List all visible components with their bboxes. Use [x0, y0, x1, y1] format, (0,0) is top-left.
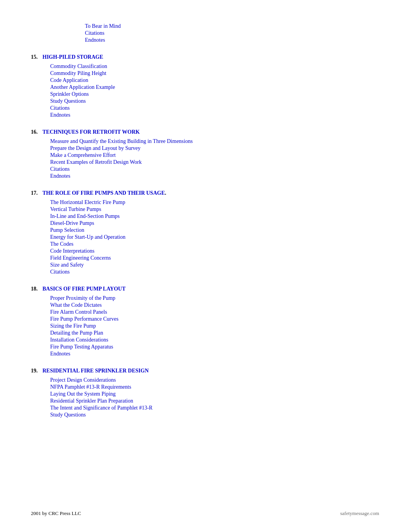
top-link-to-bear-in-mind[interactable]: To Bear in Mind	[85, 23, 379, 29]
section-16-header: 16. TECHNIQUES FOR RETROFIT WORK	[31, 129, 379, 135]
link-another-application-example[interactable]: Another Application Example	[50, 84, 379, 90]
link-code-interpretations[interactable]: Code Interpretations	[50, 248, 379, 254]
link-endnotes-15[interactable]: Endnotes	[50, 112, 379, 118]
link-commodity-piling-height[interactable]: Commodity Piling Height	[50, 70, 379, 76]
link-make-comprehensive-effort[interactable]: Make a Comprehensive Effort	[50, 152, 379, 158]
section-17-number: 17.	[31, 190, 42, 196]
link-vertical-turbine-pumps[interactable]: Vertical Turbine Pumps	[50, 206, 379, 212]
top-link-endnotes[interactable]: Endnotes	[85, 37, 379, 43]
section-17-header: 17. THE ROLE OF FIRE PUMPS AND THEIR USA…	[31, 190, 379, 196]
link-residential-sprinkler-plan[interactable]: Residential Sprinkler Plan Preparation	[50, 398, 379, 404]
link-sizing-fire-pump[interactable]: Sizing the Fire Pump	[50, 323, 379, 329]
link-code-application[interactable]: Code Application	[50, 77, 379, 83]
toc-sections: 15. HIGH-PILED STORAGE Commodity Classif…	[31, 54, 379, 418]
page-container: To Bear in Mind Citations Endnotes 15. H…	[0, 0, 410, 450]
link-size-and-safety[interactable]: Size and Safety	[50, 262, 379, 268]
section-17-links: The Horizontal Electric Fire Pump Vertic…	[31, 199, 379, 275]
link-nfpa-pamphlet[interactable]: NFPA Pamphlet #13-R Requirements	[50, 384, 379, 390]
link-energy-startup[interactable]: Energy for Start-Up and Operation	[50, 234, 379, 240]
section-16-title: TECHNIQUES FOR RETROFIT WORK	[42, 129, 140, 135]
footer-copyright: 2001 by CRC Press LLC	[31, 510, 81, 517]
link-recent-examples[interactable]: Recent Examples of Retrofit Design Work	[50, 159, 379, 165]
footer-website: safetymessage.com	[340, 510, 379, 517]
page-footer: 2001 by CRC Press LLC safetymessage.com	[31, 510, 379, 517]
link-endnotes-16[interactable]: Endnotes	[50, 173, 379, 179]
section-18-header: 18. BASICS OF FIRE PUMP LAYOUT	[31, 286, 379, 292]
link-diesel-drive-pumps[interactable]: Diesel-Drive Pumps	[50, 220, 379, 226]
link-fire-pump-testing-apparatus[interactable]: Fire Pump Testing Apparatus	[50, 344, 379, 350]
link-proper-proximity[interactable]: Proper Proximity of the Pump	[50, 295, 379, 301]
link-what-code-dictates[interactable]: What the Code Dictates	[50, 302, 379, 308]
section-19-links: Project Design Considerations NFPA Pamph…	[31, 377, 379, 418]
link-citations-17[interactable]: Citations	[50, 269, 379, 275]
link-installation-considerations[interactable]: Installation Considerations	[50, 337, 379, 343]
section-16-number: 16.	[31, 129, 42, 135]
link-fire-alarm-control-panels[interactable]: Fire Alarm Control Panels	[50, 309, 379, 315]
link-the-codes[interactable]: The Codes	[50, 241, 379, 247]
link-sprinkler-options[interactable]: Sprinkler Options	[50, 91, 379, 97]
link-laying-out-system-piping[interactable]: Laying Out the System Piping	[50, 391, 379, 397]
section-19-number: 19.	[31, 368, 42, 374]
section-18-title: BASICS OF FIRE PUMP LAYOUT	[42, 286, 125, 292]
section-17-title: THE ROLE OF FIRE PUMPS AND THEIR USAGE	[42, 190, 165, 196]
top-links-group: To Bear in Mind Citations Endnotes	[31, 23, 379, 43]
link-citations-15[interactable]: Citations	[50, 105, 379, 111]
link-project-design-considerations[interactable]: Project Design Considerations	[50, 377, 379, 383]
link-fire-pump-performance-curves[interactable]: Fire Pump Performance Curves	[50, 316, 379, 322]
link-pump-selection[interactable]: Pump Selection	[50, 227, 379, 233]
section-15-links: Commodity Classification Commodity Pilin…	[31, 63, 379, 118]
link-citations-16[interactable]: Citations	[50, 166, 379, 172]
link-prepare-design[interactable]: Prepare the Design and Layout by Survey	[50, 145, 379, 151]
section-16-links: Measure and Quantify the Existing Buildi…	[31, 138, 379, 179]
section-18-number: 18.	[31, 286, 42, 292]
section-19-header: 19. RESIDENTIAL FIRE SPRINKLER DESIGN	[31, 368, 379, 374]
section-15-number: 15.	[31, 54, 42, 60]
section-17-dot: .	[165, 190, 166, 196]
section-19-title: RESIDENTIAL FIRE SPRINKLER DESIGN	[42, 368, 149, 374]
link-horizontal-electric-fire-pump[interactable]: The Horizontal Electric Fire Pump	[50, 199, 379, 206]
section-15-header: 15. HIGH-PILED STORAGE	[31, 54, 379, 60]
link-commodity-classification[interactable]: Commodity Classification	[50, 63, 379, 70]
link-study-questions-15[interactable]: Study Questions	[50, 98, 379, 104]
link-field-engineering-concerns[interactable]: Field Engineering Concerns	[50, 255, 379, 261]
link-study-questions-19[interactable]: Study Questions	[50, 412, 379, 418]
link-measure-quantify[interactable]: Measure and Quantify the Existing Buildi…	[50, 138, 379, 144]
link-inline-end-section-pumps[interactable]: In-Line and End-Section Pumps	[50, 213, 379, 219]
section-15-title: HIGH-PILED STORAGE	[42, 54, 103, 60]
top-link-citations[interactable]: Citations	[85, 30, 379, 36]
link-detailing-pump-plan[interactable]: Detailing the Pump Plan	[50, 330, 379, 336]
link-endnotes-18[interactable]: Endnotes	[50, 351, 379, 357]
section-18-links: Proper Proximity of the Pump What the Co…	[31, 295, 379, 357]
link-intent-significance-pamphlet[interactable]: The Intent and Significance of Pamphlet …	[50, 405, 379, 411]
